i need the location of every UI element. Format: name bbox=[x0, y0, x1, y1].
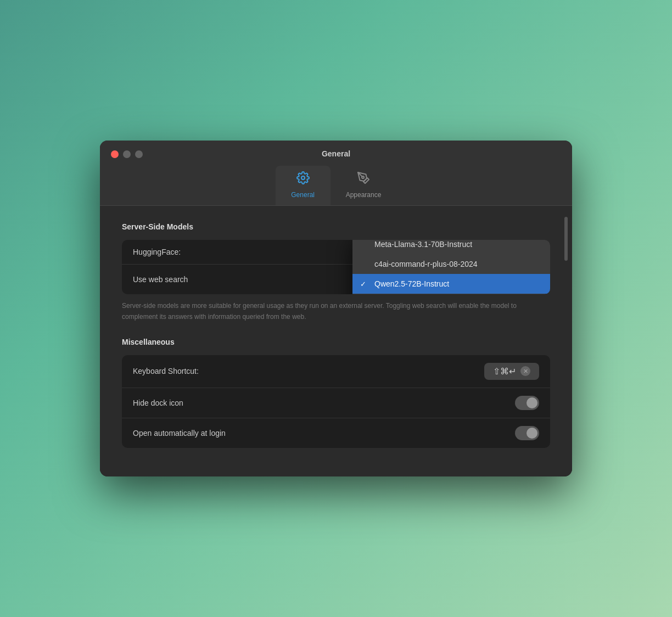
minimize-button[interactable] bbox=[123, 150, 131, 158]
server-side-description: Server-side models are more suitable for… bbox=[122, 301, 550, 322]
auto-login-toggle[interactable] bbox=[515, 426, 539, 440]
auto-login-toggle-knob bbox=[527, 428, 537, 439]
keyboard-shortcut-row: Keyboard Shortcut: ⇧⌘↵ ✕ bbox=[122, 355, 550, 388]
dropdown-item-2[interactable]: Qwen2.5-72B-Instruct bbox=[352, 274, 550, 294]
scrollbar-thumb[interactable] bbox=[564, 217, 568, 261]
window-title: General bbox=[322, 149, 350, 158]
gear-icon bbox=[296, 171, 310, 188]
shortcut-clear-button[interactable]: ✕ bbox=[520, 366, 530, 376]
close-button[interactable] bbox=[111, 150, 119, 158]
auto-login-row: Open automatically at login bbox=[122, 418, 550, 448]
server-side-models-box: HuggingFace: Meta-Llama-3.1-70B-Instruct… bbox=[122, 240, 550, 294]
huggingface-row[interactable]: HuggingFace: Meta-Llama-3.1-70B-Instruct… bbox=[122, 240, 550, 265]
tab-appearance-label: Appearance bbox=[346, 191, 382, 199]
traffic-lights bbox=[111, 150, 143, 158]
server-side-models-title: Server-Side Models bbox=[122, 222, 550, 231]
dropdown-item-0[interactable]: Meta-Llama-3.1-70B-Instruct bbox=[352, 240, 550, 254]
svg-point-0 bbox=[301, 176, 305, 180]
tab-general[interactable]: General bbox=[276, 166, 331, 205]
dropdown-item-3[interactable]: Hermes-3-Llama-3.1-8B bbox=[352, 294, 550, 294]
model-dropdown[interactable]: Meta-Llama-3.1-70B-Instruct c4ai-command… bbox=[352, 240, 550, 294]
dropdown-item-1[interactable]: c4ai-command-r-plus-08-2024 bbox=[352, 254, 550, 274]
main-content: Server-Side Models HuggingFace: Meta-Lla… bbox=[100, 206, 572, 476]
paintbrush-icon bbox=[357, 171, 370, 188]
hide-dock-toggle[interactable] bbox=[515, 396, 539, 410]
auto-login-label: Open automatically at login bbox=[133, 429, 515, 437]
maximize-button[interactable] bbox=[135, 150, 143, 158]
tab-appearance[interactable]: Appearance bbox=[331, 166, 397, 205]
tab-general-label: General bbox=[291, 191, 315, 199]
shortcut-badge[interactable]: ⇧⌘↵ ✕ bbox=[484, 363, 539, 380]
keyboard-shortcut-label: Keyboard Shortcut: bbox=[133, 367, 484, 375]
main-window: General General bbox=[100, 141, 572, 476]
hide-dock-row: Hide dock icon bbox=[122, 388, 550, 418]
miscellaneous-box: Keyboard Shortcut: ⇧⌘↵ ✕ Hide dock icon … bbox=[122, 355, 550, 448]
shortcut-value: ⇧⌘↵ bbox=[493, 366, 516, 377]
tab-bar: General Appearance bbox=[276, 166, 397, 205]
hide-dock-toggle-knob bbox=[527, 397, 537, 408]
scrollbar-track bbox=[564, 217, 568, 465]
miscellaneous-title: Miscellaneous bbox=[122, 338, 550, 346]
hide-dock-label: Hide dock icon bbox=[133, 399, 515, 407]
titlebar: General General bbox=[100, 141, 572, 205]
scrollbar[interactable] bbox=[564, 217, 568, 465]
svg-point-1 bbox=[362, 176, 364, 178]
